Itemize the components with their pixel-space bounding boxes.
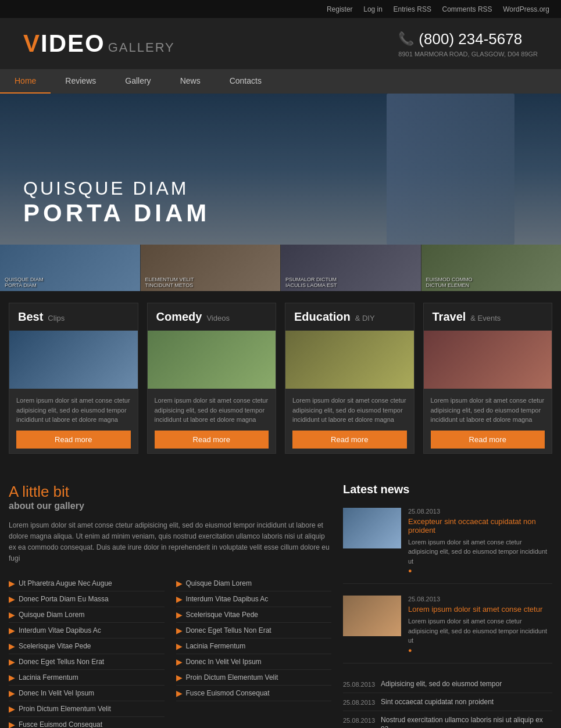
hero-line1: QUISQUE DIAM (23, 178, 210, 199)
nav-contacts[interactable]: Contacts (215, 69, 276, 94)
hero-line2: PORTA DIAM (23, 199, 210, 227)
topbar-wordpress-org[interactable]: WordPress.org (503, 5, 549, 13)
categories-section: Best Clips Lorem ipsum dolor sit amet co… (0, 291, 561, 465)
cat-best: Best Clips Lorem ipsum dolor sit amet co… (9, 303, 138, 454)
thumb-label-1: QUISQUE DIAM PORTA DIAM (5, 277, 44, 288)
list-item: ▶Quisque Diam Lorem (9, 607, 165, 623)
news-small-2: 25.08.2013 Sint occaecat cupidatat non p… (343, 693, 552, 711)
thumb-label-3: PSUMALOR DICTUM IACULIS LAOMA EST (285, 277, 337, 288)
list-item: ▶Quisque Diam Lorem (176, 576, 332, 591)
news-small-date-3: 25.08.2013 (343, 716, 375, 724)
cat-comedy: Comedy Videos Lorem ipsum dolor sit amet… (147, 303, 277, 454)
bullet-icon: ▶ (9, 641, 15, 651)
cat-travel-title: Travel (433, 310, 466, 324)
cat-education-title: Education (294, 310, 351, 324)
nav-news[interactable]: News (166, 69, 215, 94)
topbar-comments-rss[interactable]: Comments RSS (442, 5, 492, 13)
hero-image (387, 94, 514, 245)
cat-comedy-title: Comedy (156, 310, 202, 324)
news-small-3: 25.08.2013 Nostrud exercitation ullamco … (343, 711, 552, 729)
cat-travel-subtitle: & Events (470, 314, 501, 322)
bullet-icon: ▶ (176, 594, 183, 604)
about-list-left: ▶Ut Pharetra Augue Nec Augue ▶Donec Port… (9, 576, 165, 728)
phone-text: (800) 234-5678 (419, 30, 522, 48)
cat-best-text: Lorem ipsum dolor sit amet conse ctetur … (16, 396, 131, 425)
list-item: ▶Scelerisque Vitae Pede (176, 607, 332, 623)
thumb-2[interactable]: ELEMENTUM VELIT TINCIDUNT METOS (141, 245, 281, 291)
news-item-big-1: 25.08.2013 Excepteur sint occaecat cupid… (343, 508, 552, 584)
thumb-1[interactable]: QUISQUE DIAM PORTA DIAM (0, 245, 141, 291)
cat-education-readmore[interactable]: Read more (292, 431, 407, 449)
cat-education-header: Education & DIY (285, 303, 414, 331)
news-more-2: ● (408, 647, 412, 654)
list-item: ▶Interdum Vitae Dapibus Ac (9, 623, 165, 639)
news-link-1[interactable]: Excepteur sint occaecat cupidatat non pr… (408, 517, 552, 535)
thumb-3[interactable]: PSUMALOR DICTUM IACULIS LAOMA EST (281, 245, 421, 291)
news-small-date-1: 25.08.2013 (343, 680, 375, 688)
cat-travel-readmore[interactable]: Read more (431, 431, 545, 449)
cat-best-subtitle: Clips (48, 314, 65, 322)
list-item: ▶Proin Dictum Elementum Velit (176, 670, 332, 686)
bullet-icon: ▶ (176, 626, 183, 635)
bullet-icon: ▶ (176, 579, 183, 588)
cat-travel: Travel & Events Lorem ipsum dolor sit am… (423, 303, 553, 454)
cat-best-title: Best (18, 310, 43, 324)
list-item: ▶Donec Eget Tellus Non Erat (176, 623, 332, 639)
news-link-2[interactable]: Lorem ipsum dolor sit amet conse ctetur (408, 605, 552, 614)
logo-v: V (23, 30, 41, 57)
cat-comedy-header: Comedy Videos (148, 303, 276, 331)
news-thumb-2 (343, 596, 401, 636)
cat-education: Education & DIY Lorem ipsum dolor sit am… (285, 303, 415, 454)
topbar: Register Log in Entries RSS Comments RSS… (0, 0, 561, 18)
thumbnail-strip: QUISQUE DIAM PORTA DIAM ELEMENTUM VELIT … (0, 245, 561, 291)
cat-travel-body: Lorem ipsum dolor sit amet conse ctetur … (424, 389, 552, 453)
news-small-title-1: Adipisicing elit, sed do eiusmod tempor (381, 680, 502, 688)
topbar-register[interactable]: Register (327, 5, 353, 13)
contact-info: 📞 (800) 234-5678 8901 MARMORA ROAD, GLAS… (398, 30, 538, 58)
phone-icon: 📞 (398, 31, 414, 46)
cat-comedy-text: Lorem ipsum dolor sit amet conse ctetur … (155, 396, 269, 425)
bullet-icon: ▶ (9, 720, 15, 728)
hero-banner: QUISQUE DIAM PORTA DIAM (0, 94, 561, 245)
bullet-icon: ▶ (9, 610, 15, 619)
cat-comedy-readmore[interactable]: Read more (155, 431, 269, 449)
news-date-1: 25.08.2013 (408, 508, 552, 515)
cat-travel-header: Travel & Events (424, 303, 552, 331)
bullet-icon: ▶ (9, 579, 15, 588)
news-more-1: ● (408, 567, 412, 574)
cat-best-header: Best Clips (9, 303, 138, 331)
bullet-icon: ▶ (9, 704, 15, 713)
cat-education-image (285, 331, 414, 389)
about-heading1: A little bit (9, 483, 331, 501)
cat-travel-text: Lorem ipsum dolor sit amet conse ctetur … (431, 396, 545, 425)
news-excerpt-1: Lorem ipsum dolor sit amet conse ctetur … (408, 537, 552, 566)
nav-gallery[interactable]: Gallery (110, 69, 165, 94)
list-item: ▶Donec Porta Diam Eu Massa (9, 591, 165, 607)
cat-best-readmore[interactable]: Read more (16, 431, 131, 449)
main-nav: Home Reviews Gallery News Contacts (0, 69, 561, 94)
about-lists: ▶Ut Pharetra Augue Nec Augue ▶Donec Port… (9, 576, 331, 728)
thumb-4[interactable]: EUISMOD COMMO DICTUM ELEMEN (421, 245, 562, 291)
news-small-date-2: 25.08.2013 (343, 698, 375, 706)
cat-travel-image (424, 331, 552, 389)
list-item: ▶Lacinia Fermentum (176, 639, 332, 654)
list-item: ▶Donec Eget Tellus Non Erat (9, 654, 165, 670)
cat-comedy-image (148, 331, 276, 389)
news-item-big-2: 25.08.2013 Lorem ipsum dolor sit amet co… (343, 596, 552, 664)
list-item: ▶Proin Dictum Elementum Velit (9, 701, 165, 717)
cat-best-body: Lorem ipsum dolor sit amet conse ctetur … (9, 389, 138, 453)
news-heading: Latest news (343, 483, 552, 496)
list-item: ▶Lacinia Fermentum (9, 670, 165, 686)
address: 8901 MARMORA ROAD, GLASGOW, D04 89GR (398, 51, 538, 58)
nav-home[interactable]: Home (0, 69, 51, 94)
cat-comedy-subtitle: Videos (206, 314, 230, 322)
nav-reviews[interactable]: Reviews (51, 69, 110, 94)
topbar-entries-rss[interactable]: Entries RSS (394, 5, 431, 13)
cat-education-body: Lorem ipsum dolor sit amet conse ctetur … (285, 389, 414, 453)
bullet-icon: ▶ (176, 657, 183, 666)
cat-education-text: Lorem ipsum dolor sit amet conse ctetur … (292, 396, 407, 425)
bullet-icon: ▶ (9, 626, 15, 635)
cat-comedy-body: Lorem ipsum dolor sit amet conse ctetur … (148, 389, 276, 453)
topbar-login[interactable]: Log in (363, 5, 383, 13)
cat-education-subtitle: & DIY (355, 314, 375, 322)
